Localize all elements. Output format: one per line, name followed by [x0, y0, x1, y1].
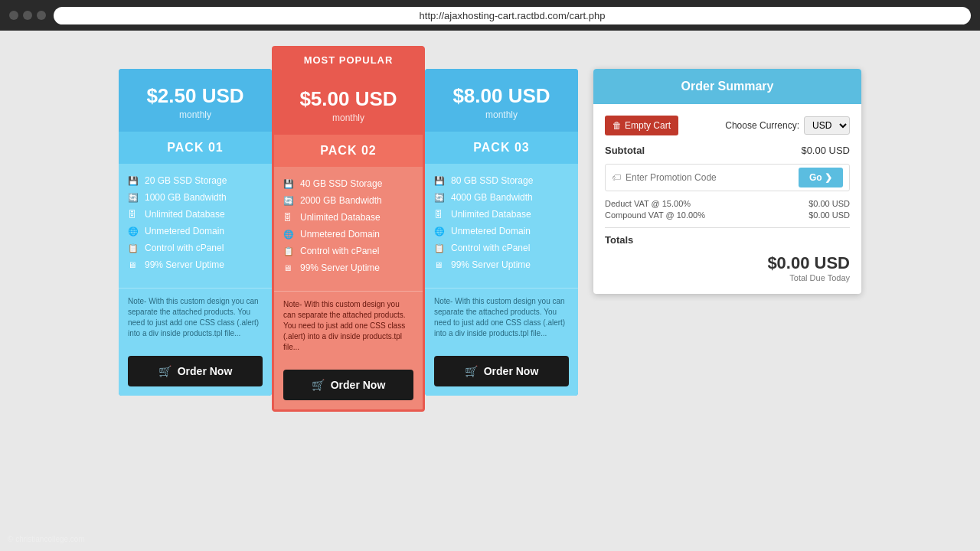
choose-currency-label: Choose Currency:	[725, 120, 799, 131]
list-item: 🔄 4000 GB Bandwidth	[434, 192, 569, 203]
pack-02-name: PACK 02	[274, 135, 423, 167]
empty-cart-button[interactable]: 🗑 Empty Cart	[605, 116, 678, 135]
address-bar[interactable]: http://ajaxhosting-cart.ractbd.com/cart.…	[54, 7, 971, 24]
list-item: 💾 40 GB SSD Storage	[283, 178, 413, 189]
subtotal-label: Subtotal	[605, 145, 645, 156]
pack-01-card: $2.50 USD monthly PACK 01 💾 20 GB SSD St…	[119, 69, 272, 396]
storage-icon: 💾	[434, 176, 446, 186]
pack-03-order-section: 🛒 Order Now	[425, 347, 578, 396]
pack-03-order-button[interactable]: 🛒 Order Now	[434, 356, 569, 386]
feature-text: 2000 GB Bandwidth	[300, 195, 382, 206]
promo-go-button[interactable]: Go ❯	[799, 168, 843, 187]
minimize-dot	[23, 11, 32, 20]
pack-02-features: 💾 40 GB SSD Storage 🔄 2000 GB Bandwidth …	[274, 167, 423, 291]
pack-01-name: PACK 01	[119, 132, 272, 164]
feature-text: 99% Server Uptime	[145, 259, 224, 270]
list-item: 🌐 Unmetered Domain	[283, 229, 413, 240]
list-item: 🖥 99% Server Uptime	[434, 259, 569, 270]
pack-03-price: $8.00 USD	[436, 84, 567, 108]
feature-text: Unlimited Database	[145, 209, 225, 220]
divider	[605, 227, 850, 228]
watermark: © christiancollege.com	[8, 535, 85, 543]
tag-icon: 🏷	[612, 172, 621, 183]
cart-icon: 🛒	[465, 365, 478, 377]
list-item: 💾 80 GB SSD Storage	[434, 175, 569, 186]
list-item: 🗄 Unlimited Database	[434, 209, 569, 220]
pack-01-period: monthly	[130, 109, 260, 120]
pack-02-price: $5.00 USD	[286, 87, 411, 111]
list-item: 🗄 Unlimited Database	[283, 212, 413, 223]
pack-03-features: 💾 80 GB SSD Storage 🔄 4000 GB Bandwidth …	[425, 164, 578, 288]
order-summary-title: Order Summary	[593, 69, 861, 104]
pack-01-order-button[interactable]: 🛒 Order Now	[128, 356, 263, 386]
database-icon: 🗄	[434, 210, 446, 219]
close-dot	[9, 11, 18, 20]
vat1-value: $0.00 USD	[808, 199, 850, 208]
pack-03-price-header: $8.00 USD monthly	[425, 69, 578, 132]
pack-02-price-header: $5.00 USD monthly	[274, 72, 423, 135]
order-summary-body: 🗑 Empty Cart Choose Currency: USD EUR GB…	[593, 104, 861, 294]
list-item: 📋 Control with cPanel	[283, 246, 413, 256]
feature-text: Unlimited Database	[300, 212, 381, 223]
browser-chrome: http://ajaxhosting-cart.ractbd.com/cart.…	[0, 0, 980, 31]
cart-icon: 🛒	[158, 365, 172, 377]
vat1-row: Deduct VAT @ 15.00% $0.00 USD	[605, 199, 850, 208]
pricing-cards: $2.50 USD monthly PACK 01 💾 20 GB SSD St…	[119, 46, 578, 412]
pack-03-card: $8.00 USD monthly PACK 03 💾 80 GB SSD St…	[425, 69, 578, 396]
order-label: Order Now	[484, 365, 539, 377]
subtotal-row: Subtotal $0.00 USD	[605, 145, 850, 156]
vat1-label: Deduct VAT @ 15.00%	[605, 199, 691, 208]
totals-label: Totals	[605, 234, 633, 246]
pack-01-features: 💾 20 GB SSD Storage 🔄 1000 GB Bandwidth …	[119, 164, 272, 288]
feature-text: 4000 GB Bandwidth	[451, 192, 533, 203]
list-item: 🔄 2000 GB Bandwidth	[283, 195, 413, 206]
order-summary-panel: Order Summary 🗑 Empty Cart Choose Curren…	[593, 69, 861, 294]
feature-text: Control with cPanel	[300, 246, 379, 256]
list-item: 📋 Control with cPanel	[434, 243, 569, 253]
list-item: 🌐 Unmetered Domain	[434, 226, 569, 236]
summary-toolbar: 🗑 Empty Cart Choose Currency: USD EUR GB…	[605, 116, 850, 135]
page-content: $2.50 USD monthly PACK 01 💾 20 GB SSD St…	[0, 31, 980, 551]
domain-icon: 🌐	[434, 227, 446, 236]
list-item: 🌐 Unmetered Domain	[128, 226, 263, 236]
uptime-icon: 🖥	[434, 260, 446, 269]
domain-icon: 🌐	[283, 230, 296, 240]
promo-code-input[interactable]	[626, 172, 794, 183]
cpanel-icon: 📋	[434, 243, 446, 253]
currency-section: Choose Currency: USD EUR GBP	[725, 116, 850, 135]
feature-text: 1000 GB Bandwidth	[145, 192, 227, 203]
list-item: 🖥 99% Server Uptime	[283, 262, 413, 273]
pack-02-note: Note- With this custom design you can se…	[274, 291, 423, 360]
database-icon: 🗄	[128, 210, 140, 219]
feature-text: Unlimited Database	[451, 209, 531, 220]
list-item: 💾 20 GB SSD Storage	[128, 175, 263, 186]
order-label: Order Now	[331, 379, 386, 391]
feature-text: 99% Server Uptime	[451, 259, 531, 270]
cart-icon: 🛒	[312, 379, 325, 391]
totals-row: Totals	[605, 234, 850, 246]
pack-01-order-section: 🛒 Order Now	[119, 347, 272, 396]
empty-cart-label: Empty Cart	[625, 120, 671, 131]
subtotal-value: $0.00 USD	[801, 145, 850, 156]
promo-code-row: 🏷 Go ❯	[605, 164, 850, 191]
feature-text: Control with cPanel	[145, 243, 224, 253]
total-due-today-label: Total Due Today	[605, 273, 850, 282]
vat2-row: Compound VAT @ 10.00% $0.00 USD	[605, 210, 850, 220]
currency-select[interactable]: USD EUR GBP	[804, 116, 850, 135]
pack-03-period: monthly	[436, 109, 567, 120]
feature-text: 80 GB SSD Storage	[451, 175, 533, 186]
maximize-dot	[37, 11, 46, 20]
pack-02-order-button[interactable]: 🛒 Order Now	[283, 370, 413, 400]
pack-01-price: $2.50 USD	[130, 84, 260, 108]
vat-section: Deduct VAT @ 15.00% $0.00 USD Compound V…	[605, 199, 850, 220]
feature-text: Unmetered Domain	[451, 226, 531, 236]
pack-02-order-section: 🛒 Order Now	[274, 360, 423, 409]
most-popular-badge: MOST POPULAR	[274, 48, 423, 72]
storage-icon: 💾	[283, 179, 296, 189]
pack-01-price-header: $2.50 USD monthly	[119, 69, 272, 132]
pack-03-note: Note- With this custom design you can se…	[425, 288, 578, 347]
list-item: 🖥 99% Server Uptime	[128, 259, 263, 270]
list-item: 📋 Control with cPanel	[128, 243, 263, 253]
pack-02-period: monthly	[286, 112, 411, 123]
feature-text: Unmetered Domain	[300, 229, 380, 240]
